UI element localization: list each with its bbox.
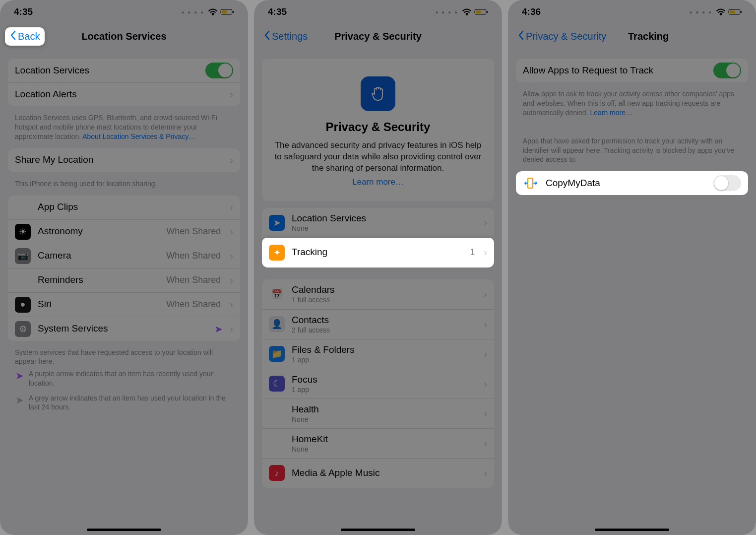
home-indicator[interactable] <box>341 529 415 531</box>
row-label: Files & Folders <box>292 344 477 356</box>
svg-rect-2 <box>222 10 227 13</box>
chevron-right-icon: › <box>484 288 487 300</box>
row-icon: 📁 <box>269 346 285 362</box>
chevron-right-icon: › <box>484 378 487 390</box>
app-row-app-clips[interactable]: ◧ App Clips › <box>8 196 240 219</box>
back-label: Privacy & Security <box>526 31 606 42</box>
about-link[interactable]: About Location Services & Privacy… <box>82 133 195 140</box>
row-sub: 1 full access <box>292 296 477 304</box>
legend-purple: ➤ A purple arrow indicates that an item … <box>8 366 240 390</box>
chevron-right-icon: › <box>484 348 487 360</box>
app-icon: ◧ <box>15 200 31 215</box>
hero-title: Privacy & Security <box>274 120 482 134</box>
app-row-siri[interactable]: ● Siri When Shared › <box>8 292 240 317</box>
status-bar: 4:35 ● ● ● ● <box>0 0 248 24</box>
app-name: Reminders <box>38 274 159 286</box>
dots-icon: ● ● ● ● <box>690 9 713 15</box>
hero-text: The advanced security and privacy featur… <box>274 140 482 174</box>
app-icon: ⋮ <box>15 272 31 288</box>
back-button[interactable]: Privacy & Security <box>513 27 611 46</box>
app-row-system-services[interactable]: ⚙ System Services ➤ › <box>8 317 240 341</box>
location-arrow-purple-icon: ➤ <box>15 369 24 387</box>
app-name: App Clips <box>38 201 223 213</box>
learn-more-link[interactable]: Learn more… <box>590 109 632 117</box>
home-indicator[interactable] <box>595 529 669 531</box>
row-detail: 1 <box>470 247 475 258</box>
battery-icon <box>728 8 742 15</box>
status-time: 4:35 <box>14 6 33 17</box>
row-icon: ❤ <box>269 405 285 421</box>
back-label: Back <box>18 31 40 42</box>
app-row-camera[interactable]: 📷 Camera When Shared › <box>8 244 240 268</box>
chevron-right-icon: › <box>484 217 487 228</box>
app-name: Siri <box>38 299 159 310</box>
row-files-folders[interactable]: 📁 Files & Folders 1 app › <box>262 339 494 369</box>
app-icon: ⚙ <box>15 321 31 337</box>
app-icon: 📷 <box>15 248 31 264</box>
back-button[interactable]: Settings <box>259 27 313 46</box>
row-label: Contacts <box>292 315 477 326</box>
chevron-right-icon: › <box>484 319 487 330</box>
allow-tracking-toggle[interactable] <box>713 63 741 78</box>
status-time: 4:36 <box>522 6 541 17</box>
app-name: Camera <box>38 250 159 262</box>
location-services-toggle[interactable] <box>205 63 233 78</box>
wifi-icon <box>716 8 725 15</box>
chevron-right-icon: › <box>230 226 233 237</box>
row-icon: ☾ <box>269 376 285 392</box>
nav-bar: Settings Privacy & Security <box>254 24 502 49</box>
row-label: Calendars <box>292 284 477 296</box>
app-icon: ☀ <box>15 224 31 240</box>
row-location-services[interactable]: ➤ Location Services None › <box>262 208 494 238</box>
location-services-toggle-row[interactable]: Location Services <box>8 59 240 82</box>
svg-rect-9 <box>528 178 533 188</box>
status-bar: 4:36 ● ● ● ● <box>508 0 756 24</box>
home-indicator[interactable] <box>87 529 161 531</box>
share-my-location-row[interactable]: Share My Location › <box>8 148 240 172</box>
back-button[interactable]: Back <box>5 27 45 46</box>
location-arrow-grey-icon: ➤ <box>15 394 24 411</box>
row-sub: 2 full access <box>292 326 477 334</box>
app-row-reminders[interactable]: ⋮ Reminders When Shared › <box>8 268 240 292</box>
app-name: CopyMyData <box>546 178 706 189</box>
chevron-right-icon: › <box>484 468 487 479</box>
screen-tracking: 4:36 ● ● ● ● Privacy & Security Tracking… <box>508 0 756 535</box>
row-homekit[interactable]: ⌂ HomeKit None › <box>262 428 494 458</box>
row-tracking[interactable]: ✦ Tracking 1 › <box>262 238 494 268</box>
row-focus[interactable]: ☾ Focus 1 app › <box>262 369 494 399</box>
copymydata-row[interactable]: CopyMyData <box>516 171 748 195</box>
row-label: Allow Apps to Request to Track <box>523 65 706 76</box>
dots-icon: ● ● ● ● <box>182 9 205 15</box>
app-row-astronomy[interactable]: ☀ Astronomy When Shared › <box>8 219 240 244</box>
row-sub: None <box>292 224 477 232</box>
battery-icon <box>474 8 488 15</box>
tracking-list-header: Apps that have asked for permission to t… <box>516 133 748 165</box>
wifi-icon <box>462 8 471 15</box>
row-label: HomeKit <box>292 434 477 445</box>
chevron-right-icon: › <box>484 438 487 449</box>
row-calendars[interactable]: 📅 Calendars 1 full access › <box>262 279 494 309</box>
app-detail: When Shared <box>166 299 221 310</box>
page-title: Tracking <box>628 31 669 42</box>
back-label: Settings <box>272 31 308 42</box>
svg-rect-5 <box>476 10 481 13</box>
row-contacts[interactable]: 👤 Contacts 2 full access › <box>262 309 494 339</box>
learn-more-link[interactable]: Learn more… <box>274 177 482 187</box>
row-health[interactable]: ❤ Health None › <box>262 399 494 428</box>
row-icon: ✦ <box>269 245 285 261</box>
battery-icon <box>220 8 234 15</box>
row-media-apple-music[interactable]: ♪ Media & Apple Music › <box>262 458 494 488</box>
location-alerts-row[interactable]: Location Alerts › <box>8 82 240 106</box>
app-detail: When Shared <box>166 251 221 261</box>
row-icon: ➤ <box>269 215 285 231</box>
copymydata-toggle[interactable] <box>713 175 741 191</box>
row-icon: 📅 <box>269 286 285 302</box>
row-sub: 1 app <box>292 386 477 394</box>
status-bar: 4:35 ● ● ● ● <box>254 0 502 24</box>
allow-tracking-row[interactable]: Allow Apps to Request to Track <box>516 59 748 82</box>
chevron-right-icon: › <box>230 201 233 213</box>
row-label: Health <box>292 404 477 415</box>
chevron-right-icon: › <box>230 250 233 262</box>
screen-privacy-security: 4:35 ● ● ● ● Settings Privacy & Security… <box>254 0 502 535</box>
copymydata-icon <box>523 175 539 191</box>
